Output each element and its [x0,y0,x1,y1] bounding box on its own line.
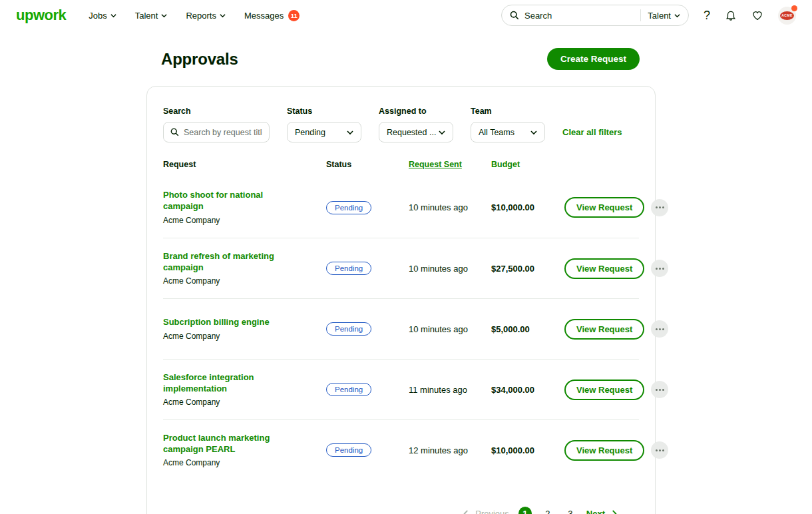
status-cell: Pending [326,383,409,396]
pagination-previous[interactable]: Previous [463,509,509,514]
pagination-page-1[interactable]: 1 [518,507,532,514]
request-sent-cell: 12 minutes ago [409,445,491,455]
view-request-button[interactable]: View Request [564,197,644,218]
request-cell: Photo shoot for national campaign Acme C… [163,190,326,224]
chevron-down-icon [161,13,167,19]
request-title-link[interactable]: Subcription billing engine [163,317,290,328]
nav-item-reports[interactable]: Reports [186,11,226,21]
favorites-heart-icon[interactable] [751,9,763,21]
request-cell: Brand refresh of marketing campaign Acme… [163,251,326,286]
search-icon [170,128,179,136]
status-badge: Pending [326,322,371,336]
nav-item-talent[interactable]: Talent [135,11,168,21]
request-company: Acme Company [163,332,326,341]
nav-item-messages[interactable]: Messages 11 [244,10,300,21]
avatar-company-label: ACME [780,11,794,20]
more-options-button[interactable] [651,320,668,338]
request-sent-cell: 11 minutes ago [409,385,491,395]
ellipsis-icon [656,389,658,391]
search-filter-input[interactable] [184,128,262,137]
messages-count-badge: 11 [288,10,300,21]
request-title-link[interactable]: Product launch marketing campaign PEARL [163,433,290,455]
global-search: Talent [501,5,689,26]
ellipsis-icon [656,268,658,270]
request-title-link[interactable]: Photo shoot for national campaign [163,190,290,212]
column-header-budget[interactable]: Budget [491,160,564,169]
request-company: Acme Company [163,458,326,467]
main-content: Approvals Create Request Search Status P… [146,48,656,514]
clear-all-filters-link[interactable]: Clear all filters [562,127,622,137]
more-options-button[interactable] [651,441,668,459]
request-sent-cell: 10 minutes ago [409,324,491,334]
pagination-page-2[interactable]: 2 [541,507,554,514]
more-options-button[interactable] [651,199,668,216]
request-row: Salesforce integration implementation Ac… [163,359,639,419]
request-cell: Product launch marketing campaign PEARL … [163,433,326,467]
main-nav: Jobs Talent Reports Messages 11 [89,10,300,21]
nav-item-jobs[interactable]: Jobs [89,11,116,21]
upwork-logo[interactable]: upwork [16,7,66,24]
account-avatar[interactable]: ACME [778,7,796,25]
request-row: Product launch marketing campaign PEARL … [163,419,639,480]
budget-cell: $10,000.00 [491,202,564,212]
notifications-bell-icon[interactable] [725,9,737,21]
actions-cell: View Request [564,197,668,218]
request-company: Acme Company [163,216,326,225]
request-cell: Subcription billing engine Acme Company [163,317,326,341]
create-request-button[interactable]: Create Request [547,48,640,70]
pagination-next[interactable]: Next [586,509,618,514]
page-title: Approvals [161,50,238,69]
actions-cell: View Request [564,380,668,400]
status-filter-select[interactable]: Pending [287,122,361,142]
actions-cell: View Request [564,258,668,279]
chevron-down-icon [220,13,226,19]
request-title-link[interactable]: Brand refresh of marketing campaign [163,251,290,273]
chevron-down-icon [110,13,116,19]
request-company: Acme Company [163,397,326,407]
search-scope-divider [640,9,641,21]
request-cell: Salesforce integration implementation Ac… [163,372,326,407]
request-sent-cell: 10 minutes ago [409,202,491,212]
pagination: Previous 1 2 3 Next [163,507,639,514]
column-header-request: Request [163,160,326,169]
assigned-filter-select[interactable]: Requested ... [379,122,453,142]
chevron-down-icon [347,129,353,136]
view-request-button[interactable]: View Request [564,319,644,340]
request-row: Photo shoot for national campaign Acme C… [163,177,639,238]
status-badge: Pending [326,443,371,457]
budget-cell: $5,000.00 [491,324,564,334]
filter-assigned-to: Assigned to Requested ... [379,107,453,142]
filter-team: Team All Teams [471,107,545,142]
budget-cell: $34,000.00 [491,385,564,395]
view-request-button[interactable]: View Request [564,258,644,279]
page-header: Approvals Create Request [146,48,656,70]
more-options-button[interactable] [651,260,668,277]
team-filter-select[interactable]: All Teams [471,122,545,142]
view-request-button[interactable]: View Request [564,440,644,461]
approvals-card: Search Status Pending Assigned to Reques… [146,86,656,514]
budget-cell: $27,500.00 [491,264,564,274]
table-header-row: Request Status Request Sent Budget [163,160,639,177]
notification-dot [791,5,797,11]
request-rows: Photo shoot for national campaign Acme C… [163,177,639,480]
pagination-page-3[interactable]: 3 [564,507,577,514]
chevron-right-icon [610,510,618,514]
view-request-button[interactable]: View Request [564,380,644,400]
chevron-down-icon [674,13,680,19]
request-row: Subcription billing engine Acme Company … [163,298,639,359]
help-icon[interactable]: ? [704,9,710,23]
global-search-input[interactable] [524,11,634,21]
budget-cell: $10,000.00 [491,445,564,455]
chevron-down-icon [439,129,445,136]
status-cell: Pending [326,262,409,275]
assigned-filter-label: Assigned to [379,107,453,116]
column-header-request-sent[interactable]: Request Sent [409,160,491,169]
ellipsis-icon [656,206,658,208]
status-badge: Pending [326,383,371,396]
status-cell: Pending [326,443,409,457]
chevron-left-icon [463,510,470,514]
more-options-button[interactable] [651,381,668,398]
search-scope-dropdown[interactable]: Talent [648,11,680,21]
status-badge: Pending [326,262,371,275]
request-title-link[interactable]: Salesforce integration implementation [163,372,290,394]
